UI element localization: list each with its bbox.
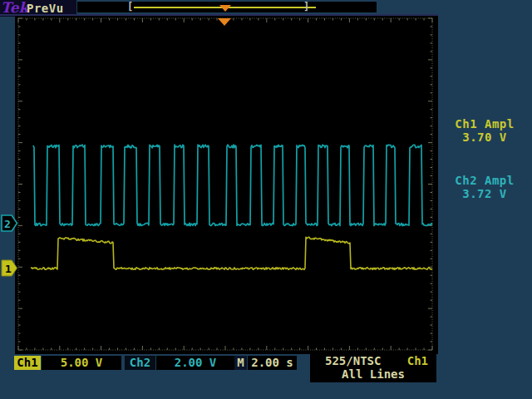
ch2-channel-badge: Ch2 bbox=[125, 356, 155, 370]
timebase-per-div: 2.00 s bbox=[248, 356, 297, 370]
trigger-source: Ch1 bbox=[407, 354, 428, 367]
trigger-position-icon bbox=[219, 5, 231, 12]
ch2-volts-per-div: 2.00 V bbox=[156, 356, 234, 370]
oscilloscope-screen: Tek PreVu [ ] 2 1 Ch1 Ampl 3.70 V Ch2 Am… bbox=[0, 0, 532, 399]
measurement-ch1-value: 3.70 V bbox=[443, 131, 526, 144]
trigger-readout-box: 525/NTSC Ch1 All Lines bbox=[310, 352, 436, 382]
record-window-left-bracket: [ bbox=[127, 1, 133, 12]
acquisition-status: PreVu bbox=[27, 2, 64, 15]
trigger-mode: All Lines bbox=[310, 367, 436, 381]
measurement-ch1-ampl: Ch1 Ampl 3.70 V bbox=[443, 117, 526, 144]
trigger-time-marker-icon bbox=[218, 18, 231, 26]
waveform-display bbox=[15, 16, 438, 354]
ch1-marker-label: 1 bbox=[5, 263, 12, 275]
ch1-volts-per-div: 5.00 V bbox=[42, 356, 121, 370]
ch1-waveform bbox=[31, 237, 432, 269]
record-window-right-bracket: ] bbox=[303, 1, 309, 12]
timebase-badge: M bbox=[234, 356, 247, 370]
measurement-ch2-ampl: Ch2 Ampl 3.72 V bbox=[443, 174, 526, 200]
ch2-marker-label: 2 bbox=[4, 218, 11, 230]
graticule-ticks bbox=[18, 18, 432, 350]
ch1-ground-marker: 1 bbox=[1, 259, 18, 277]
graticule-area bbox=[15, 16, 438, 354]
ch2-waveform bbox=[33, 145, 432, 226]
measurement-ch2-label: Ch2 Ampl bbox=[443, 174, 526, 187]
measurement-ch1-label: Ch1 Ampl bbox=[443, 117, 526, 131]
ch1-channel-badge: Ch1 bbox=[14, 356, 41, 370]
trigger-standard: 525/NTSC bbox=[325, 354, 381, 367]
datetime-readout: 29 Mar 2011 15:57:52 bbox=[443, 371, 527, 399]
record-view-bar: [ ] bbox=[77, 2, 377, 12]
ch2-ground-marker: 2 bbox=[1, 214, 18, 232]
measurement-ch2-value: 3.72 V bbox=[443, 187, 526, 200]
